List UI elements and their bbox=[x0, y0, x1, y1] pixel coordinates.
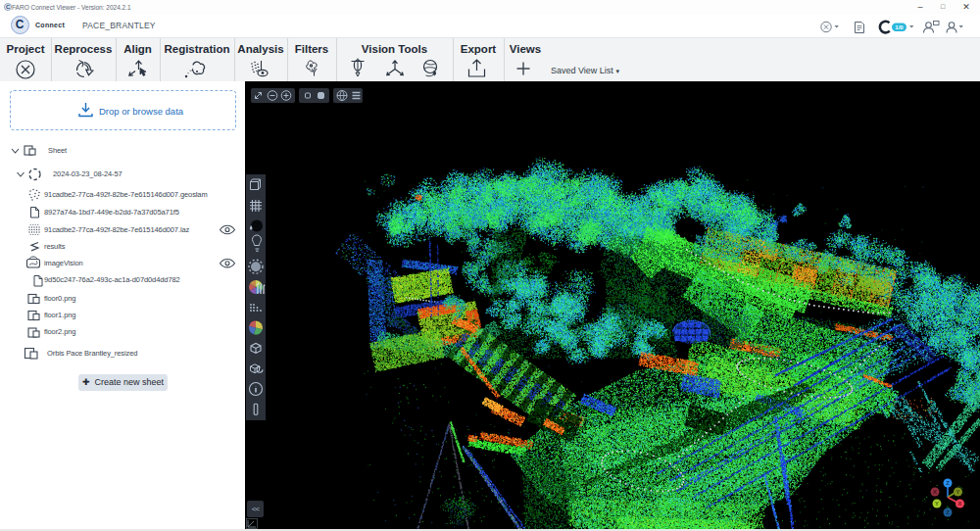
svg-text:X: X bbox=[933, 489, 937, 495]
svg-text:X: X bbox=[957, 501, 961, 507]
svg-text:Y: Y bbox=[935, 501, 939, 507]
svg-text:Z: Z bbox=[946, 480, 950, 486]
svg-text:C: C bbox=[6, 4, 10, 10]
svg-text:Z: Z bbox=[946, 509, 950, 515]
svg-text:Y: Y bbox=[956, 489, 959, 495]
svg-text:1/0: 1/0 bbox=[895, 24, 904, 30]
